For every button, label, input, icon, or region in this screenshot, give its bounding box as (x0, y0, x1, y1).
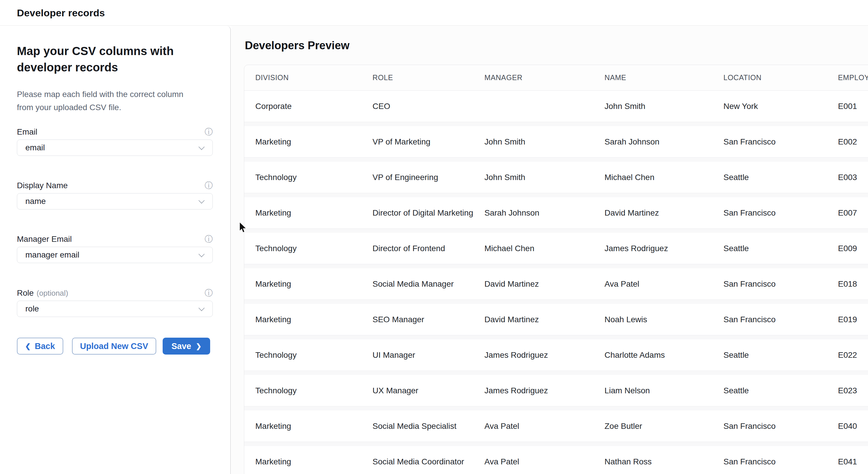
select-value: email (25, 143, 45, 152)
mapping-panel-description: Please map each field with the correct c… (17, 88, 200, 114)
table-row: MarketingSEO ManagerDavid MartinezNoah L… (244, 304, 868, 335)
column-header: ROLE (372, 73, 485, 82)
table-row: MarketingSocial Media SpecialistAva Pate… (244, 410, 868, 442)
table-row: TechnologyUX ManagerJames RodriguezLiam … (244, 375, 868, 406)
table-cell: Nathan Ross (604, 457, 723, 467)
field-label-row: Display Name ⓘ (17, 180, 213, 191)
row-separator (244, 406, 868, 410)
table-row: TechnologyDirector of FrontendMichael Ch… (244, 233, 868, 264)
row-separator (244, 228, 868, 233)
page-title: Developer records (17, 0, 105, 26)
field-optional-hint: (optional) (37, 289, 68, 298)
table-row: MarketingSocial Media ManagerDavid Marti… (244, 268, 868, 299)
table-cell: Ava Patel (604, 279, 723, 289)
table-cell: John Smith (485, 173, 604, 182)
chevron-right-icon: ❯ (196, 343, 202, 350)
preview-title: Developers Preview (245, 39, 349, 52)
top-header-bar: Developer records (0, 0, 868, 26)
table-cell: Zoe Butler (604, 421, 723, 431)
table-cell: E001 (838, 102, 868, 111)
chevron-down-icon (198, 197, 205, 203)
table-cell: Marketing (255, 208, 372, 218)
select-value: manager email (25, 250, 79, 260)
table-cell: James Rodriguez (485, 350, 604, 360)
table-cell: Director of Frontend (372, 244, 485, 253)
table-cell: Social Media Specialist (372, 421, 485, 431)
table-cell: Michael Chen (604, 173, 723, 182)
table-cell: E041 (838, 457, 868, 467)
upload-new-csv-button[interactable]: Upload New CSV (72, 338, 157, 354)
field-label-row: Manager Email ⓘ (17, 234, 213, 245)
table-cell: Technology (255, 350, 372, 360)
row-separator (244, 193, 868, 197)
csv-column-select[interactable]: name (17, 193, 213, 210)
table-cell: Corporate (255, 102, 372, 111)
table-cell: David Martinez (604, 208, 723, 218)
back-button[interactable]: ❮ Back (17, 338, 63, 354)
info-icon: ⓘ (205, 235, 213, 243)
table-cell: Liam Nelson (604, 386, 723, 396)
csv-column-select[interactable]: email (17, 139, 213, 156)
select-value: name (25, 197, 46, 206)
column-header: DIVISION (255, 73, 372, 82)
table-cell: VP of Engineering (372, 173, 485, 182)
csv-mapping-panel: Map your CSV columns with developer reco… (0, 26, 231, 474)
table-cell: Sarah Johnson (604, 137, 723, 147)
table-cell: Ava Patel (485, 457, 604, 467)
table-cell: Marketing (255, 315, 372, 324)
table-cell: Technology (255, 173, 372, 182)
table-cell: Michael Chen (485, 244, 604, 253)
table-cell: San Francisco (723, 279, 838, 289)
table-cell: E007 (838, 208, 868, 218)
table-row: MarketingSocial Media CoordinatorAva Pat… (244, 446, 868, 474)
table-cell: SEO Manager (372, 315, 485, 324)
table-cell: San Francisco (723, 208, 838, 218)
save-button-label: Save (172, 342, 191, 351)
table-cell: E023 (838, 386, 868, 396)
developers-preview-section: Developers Preview DIVISIONROLEMANAGERNA… (231, 26, 868, 474)
field-label: Role (17, 288, 34, 298)
table-row: CorporateCEOJohn SmithNew YorkE001 (244, 91, 868, 122)
table-cell: Technology (255, 244, 372, 253)
column-header: MANAGER (485, 73, 604, 82)
select-value: role (25, 304, 39, 314)
field-label-row: Email ⓘ (17, 127, 213, 137)
table-cell: VP of Marketing (372, 137, 485, 147)
csv-column-select[interactable]: manager email (17, 247, 213, 263)
table-cell: E019 (838, 315, 868, 324)
save-button[interactable]: Save ❯ (163, 338, 210, 354)
table-cell: Seattle (723, 386, 838, 396)
field-label-row: Role (optional) ⓘ (17, 288, 213, 298)
csv-field-group: Manager Email ⓘ manager email (17, 234, 213, 263)
chevron-down-icon (198, 305, 205, 311)
table-cell: James Rodriguez (604, 244, 723, 253)
table-cell: Sarah Johnson (485, 208, 604, 218)
info-icon: ⓘ (205, 182, 213, 190)
table-cell: Technology (255, 386, 372, 396)
chevron-left-icon: ❮ (25, 343, 31, 350)
row-separator (244, 371, 868, 375)
table-cell: David Martinez (485, 315, 604, 324)
field-label: Manager Email (17, 234, 72, 244)
table-cell: San Francisco (723, 421, 838, 431)
table-cell: Seattle (723, 350, 838, 360)
table-cell: Seattle (723, 173, 838, 182)
info-icon: ⓘ (205, 289, 213, 297)
table-header-row: DIVISIONROLEMANAGERNAMELOCATIONEMPLOYEE … (244, 65, 868, 91)
table-cell: Marketing (255, 457, 372, 467)
table-row: TechnologyVP of EngineeringJohn SmithMic… (244, 162, 868, 193)
table-cell: San Francisco (723, 315, 838, 324)
row-separator (244, 442, 868, 446)
table-cell: Social Media Manager (372, 279, 485, 289)
upload-button-label: Upload New CSV (80, 342, 148, 351)
table-cell: James Rodriguez (485, 386, 604, 396)
chevron-down-icon (198, 144, 205, 150)
table-cell: New York (723, 102, 838, 111)
column-header: LOCATION (723, 73, 838, 82)
table-cell: E040 (838, 421, 868, 431)
table-cell: San Francisco (723, 457, 838, 467)
table-row: MarketingDirector of Digital MarketingSa… (244, 197, 868, 228)
table-cell: Charlotte Adams (604, 350, 723, 360)
developers-preview-table: DIVISIONROLEMANAGERNAMELOCATIONEMPLOYEE … (244, 65, 868, 474)
csv-column-select[interactable]: role (17, 301, 213, 317)
